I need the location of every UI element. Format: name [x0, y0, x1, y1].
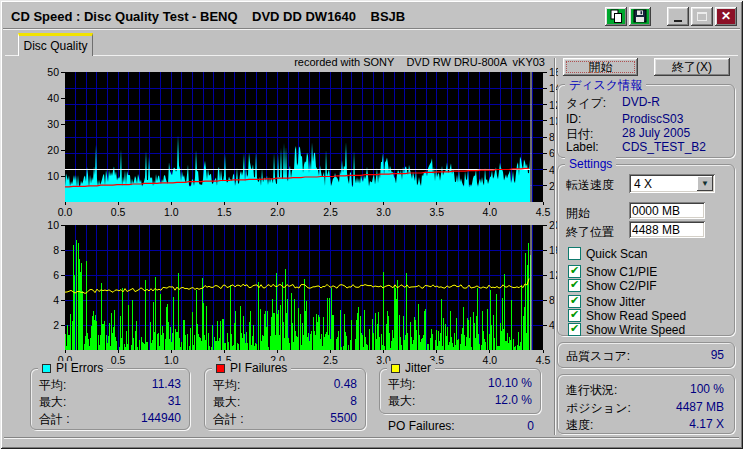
disc-label-value: CDS_TEST_B2: [622, 140, 706, 154]
po-failures-value: 0: [527, 419, 534, 433]
pi-failures-legend-label: PI Failures: [230, 361, 287, 375]
close-button[interactable]: ✕: [715, 7, 737, 26]
end-pos-label: 終了位置: [566, 224, 614, 241]
svg-text:10: 10: [47, 219, 59, 231]
speed-select[interactable]: 4 X ▼: [629, 174, 715, 193]
show-write-speed-checkbox[interactable]: [568, 323, 581, 336]
pif-total-value: 5500: [330, 411, 357, 425]
show-c2-pif-label: Show C2/PIF: [586, 279, 657, 293]
disc-type-label: タイプ:: [566, 95, 606, 112]
tab-disc-quality[interactable]: Disc Quality: [18, 33, 93, 56]
pie-average-value: 11.43: [152, 377, 181, 391]
pif-max-value: 8: [350, 394, 357, 408]
pi-errors-group-legend: PI Errors: [38, 361, 107, 375]
app-window: CD Speed : Disc Quality Test - BENQ DVD …: [0, 0, 743, 449]
quality-score-value: 95: [711, 348, 724, 362]
minimize-button[interactable]: [667, 7, 689, 26]
svg-text:40: 40: [47, 92, 59, 104]
avg-label: 平均:: [388, 376, 415, 393]
svg-text:20: 20: [47, 144, 59, 156]
pi-errors-group: PI Errors 平均:11.43 最大:31 合計 :144940: [30, 368, 190, 430]
save-floppy-icon: [633, 9, 647, 23]
svg-text:4: 4: [53, 294, 59, 306]
svg-text:1.0: 1.0: [164, 354, 179, 366]
checkbox-show-jitter[interactable]: Show Jitter: [568, 294, 645, 309]
copy-button[interactable]: [605, 7, 627, 26]
show-jitter-label: Show Jitter: [586, 295, 645, 309]
quality-score-group: 品質スコア: 95: [557, 342, 735, 368]
jitter-legend-label: Jitter: [405, 361, 431, 375]
total-label: 合計 :: [39, 411, 70, 428]
speed-label: 転送速度: [566, 177, 614, 194]
svg-text:50: 50: [47, 66, 59, 78]
maximize-icon: [697, 12, 707, 21]
progress-value: 100 %: [690, 382, 724, 396]
pif-average-value: 0.48: [334, 377, 357, 391]
maximize-button[interactable]: [691, 7, 713, 26]
avg-label: 平均:: [39, 377, 66, 394]
show-write-speed-label: Show Write Speed: [586, 323, 685, 337]
jitter-max-value: 12.0 %: [495, 393, 532, 407]
checkbox-show-c2-pif[interactable]: Show C2/PIF: [568, 278, 657, 293]
po-failures-label: PO Failures:: [388, 419, 455, 433]
position-value: 4487 MB: [676, 400, 724, 414]
disc-label-label: Label:: [566, 140, 599, 154]
start-button[interactable]: 開始: [563, 58, 638, 76]
show-read-speed-label: Show Read Speed: [586, 309, 686, 323]
checkbox-show-write-speed[interactable]: Show Write Speed: [568, 322, 685, 337]
end-pos-input[interactable]: [629, 221, 705, 238]
pi-errors-legend-label: PI Errors: [56, 361, 103, 375]
svg-text:8: 8: [53, 244, 59, 256]
chevron-down-icon[interactable]: ▼: [697, 176, 713, 191]
show-jitter-checkbox[interactable]: [568, 295, 581, 308]
pi-errors-chart: 50403020101614121086420.00.51.01.52.02.5…: [30, 60, 558, 222]
close-icon: ✕: [721, 10, 731, 22]
show-c2-pif-checkbox[interactable]: [568, 279, 581, 292]
minimize-icon: [674, 20, 682, 22]
show-read-speed-checkbox[interactable]: [568, 309, 581, 322]
svg-text:10: 10: [47, 170, 59, 182]
svg-text:0.5: 0.5: [111, 354, 126, 366]
settings-title: Settings: [565, 157, 616, 171]
exit-button[interactable]: 終了(X): [654, 58, 730, 76]
save-button[interactable]: [629, 7, 651, 26]
start-pos-label: 開始: [566, 205, 590, 222]
progress-label: 進行状況:: [566, 382, 617, 399]
position-label: ポジション:: [566, 400, 631, 417]
svg-text:6: 6: [53, 269, 59, 281]
checkbox-show-c1-pie[interactable]: Show C1/PIE: [568, 264, 657, 279]
pi-failures-group: PI Failures 平均:0.48 最大:8 合計 :5500: [204, 368, 366, 430]
disc-date-value: 28 July 2005: [622, 126, 690, 140]
pi-failures-swatch: [216, 364, 225, 373]
jitter-group-legend: Jitter: [387, 361, 435, 375]
disc-info-group: ディスク情報 タイプ: DVD-R ID: ProdiscS03 日付: 28 …: [557, 84, 735, 158]
jitter-average-value: 10.10 %: [488, 376, 532, 390]
pi-errors-swatch: [42, 364, 51, 373]
checkbox-quick-scan[interactable]: Quick Scan: [568, 246, 647, 261]
show-c1-pie-label: Show C1/PIE: [586, 265, 657, 279]
speed-select-value: 4 X: [634, 177, 652, 191]
max-label: 最大:: [388, 393, 415, 410]
quick-scan-label: Quick Scan: [586, 247, 647, 261]
avg-label: 平均:: [213, 377, 240, 394]
pie-max-value: 31: [168, 394, 181, 408]
max-label: 最大:: [39, 394, 66, 411]
svg-text:2.5: 2.5: [323, 354, 338, 366]
svg-text:30: 30: [47, 118, 59, 130]
start-pos-input[interactable]: [629, 202, 705, 219]
quick-scan-checkbox[interactable]: [568, 247, 581, 260]
copy-icon: [609, 9, 624, 24]
total-label: 合計 :: [213, 411, 244, 428]
disc-id-label: ID:: [566, 112, 581, 126]
show-c1-pie-checkbox[interactable]: [568, 265, 581, 278]
svg-text:4.5: 4.5: [536, 354, 551, 366]
titlebar-buttons: ✕: [603, 6, 737, 26]
quality-score-label: 品質スコア:: [566, 348, 630, 365]
pi-failures-chart: 108642201612840.00.51.01.52.02.53.03.54.…: [30, 213, 558, 371]
speed-readout-value: 4.17 X: [689, 417, 724, 431]
speed-readout-label: 速度:: [566, 417, 593, 434]
disc-type-value: DVD-R: [622, 95, 660, 109]
max-label: 最大:: [213, 394, 240, 411]
checkbox-show-read-speed[interactable]: Show Read Speed: [568, 308, 686, 323]
disc-info-title: ディスク情報: [565, 77, 646, 94]
